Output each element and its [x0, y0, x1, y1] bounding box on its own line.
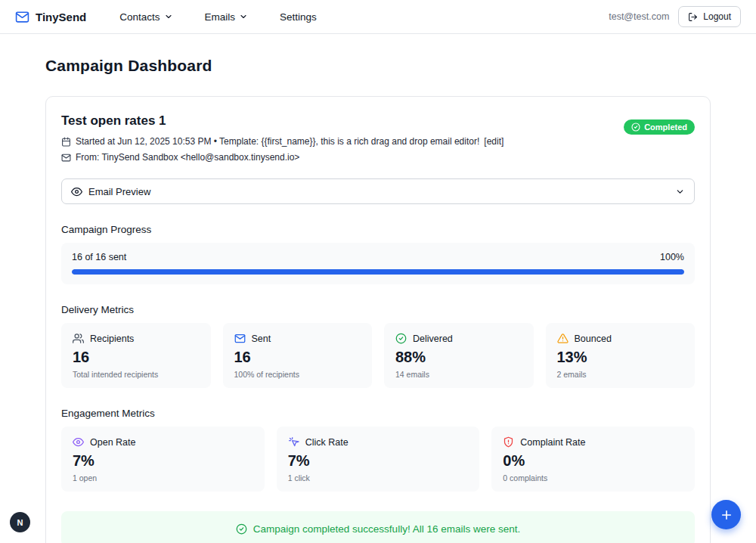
- metric-value: 16: [234, 349, 361, 366]
- nav-item-contacts-label: Contacts: [119, 11, 160, 23]
- metric-label: Bounced: [575, 334, 612, 344]
- engagement-section-title: Engagement Metrics: [61, 408, 695, 419]
- eye-icon: [71, 186, 82, 197]
- metric-value: 0%: [503, 452, 683, 470]
- warning-triangle-icon: [557, 333, 569, 344]
- plus-icon: [720, 508, 733, 522]
- shield-alert-icon: [503, 436, 514, 448]
- engagement-metrics-grid: Open Rate 7% 1 open Click Rate 7% 1 clic…: [61, 427, 695, 492]
- main-content: Campaign Dashboard Test open rates 1 Sta…: [0, 34, 756, 543]
- metric-card-bounced: Bounced 13% 2 emails: [546, 323, 696, 388]
- metric-value: 13%: [557, 349, 684, 366]
- add-button[interactable]: [711, 500, 741, 529]
- nav-item-settings-label: Settings: [280, 11, 317, 23]
- check-circle-icon: [236, 523, 247, 535]
- nav-item-emails-label: Emails: [205, 11, 236, 23]
- nav-item-contacts[interactable]: Contacts: [119, 11, 172, 23]
- chevron-down-icon: [164, 12, 173, 21]
- envelope-icon: [61, 153, 71, 163]
- nav-item-emails[interactable]: Emails: [205, 11, 249, 23]
- progress-box: 16 of 16 sent 100%: [61, 243, 695, 284]
- user-email: test@test.com: [609, 11, 669, 22]
- campaign-started-text: Started at Jun 12, 2025 10:53 PM • Templ…: [76, 136, 479, 147]
- metric-label: Click Rate: [305, 437, 349, 448]
- progress-sent-text: 16 of 16 sent: [72, 252, 126, 262]
- campaign-from-line: From: TinySend Sandbox <hello@sandbox.ti…: [61, 152, 503, 163]
- metric-card-complaint-rate: Complaint Rate 0% 0 complaints: [491, 427, 695, 492]
- eye-icon: [73, 436, 84, 448]
- metric-label: Complaint Rate: [520, 437, 585, 448]
- campaign-card: Test open rates 1 Started at Jun 12, 202…: [45, 96, 711, 543]
- navbar: TinySend Contacts Emails Settings test@t…: [0, 0, 756, 34]
- envelope-icon: [234, 333, 246, 344]
- metric-sub: 2 emails: [557, 370, 684, 379]
- logout-button[interactable]: Logout: [678, 6, 741, 27]
- brand-envelope-icon: [15, 10, 29, 24]
- chevron-down-icon: [239, 12, 248, 21]
- metric-label: Open Rate: [90, 437, 135, 448]
- calendar-icon: [61, 137, 71, 147]
- metric-card-click-rate: Click Rate 7% 1 click: [277, 427, 480, 492]
- metric-card-recipients: Recipients 16 Total intended recipients: [61, 323, 211, 388]
- metric-sub: 1 open: [73, 473, 253, 482]
- chevron-down-icon: [675, 187, 685, 197]
- metric-sub: 1 click: [288, 473, 469, 482]
- delivery-section-title: Delivery Metrics: [61, 304, 695, 315]
- metric-label: Delivered: [413, 334, 453, 344]
- progress-section-title: Campaign Progress: [61, 224, 695, 235]
- campaign-started-line: Started at Jun 12, 2025 10:53 PM • Templ…: [61, 136, 503, 147]
- metric-card-open-rate: Open Rate 7% 1 open: [61, 427, 265, 492]
- avatar[interactable]: N: [10, 512, 30, 532]
- metric-label: Sent: [252, 334, 271, 344]
- email-preview-label: Email Preview: [88, 186, 150, 197]
- edit-template-link[interactable]: [edit]: [484, 136, 503, 147]
- cursor-click-icon: [288, 436, 299, 448]
- page-title: Campaign Dashboard: [45, 57, 711, 75]
- metric-value: 16: [73, 349, 200, 366]
- success-banner-text: Campaign completed successfully! All 16 …: [253, 523, 520, 535]
- metric-sub: 14 emails: [395, 370, 522, 379]
- metric-sub: Total intended recipients: [73, 370, 200, 379]
- metric-sub: 100% of recipients: [234, 370, 361, 379]
- status-badge-label: Completed: [644, 123, 687, 132]
- campaign-title: Test open rates 1: [61, 113, 503, 129]
- metric-label: Recipients: [90, 334, 134, 344]
- users-icon: [73, 333, 84, 344]
- brand-name: TinySend: [36, 11, 86, 23]
- logout-icon: [688, 12, 698, 22]
- check-circle-icon: [631, 123, 640, 132]
- check-circle-icon: [395, 333, 407, 344]
- success-banner: Campaign completed successfully! All 16 …: [61, 511, 695, 543]
- progress-bar-fill: [72, 269, 684, 275]
- brand[interactable]: TinySend: [15, 10, 86, 24]
- metric-value: 7%: [288, 452, 469, 470]
- metric-card-sent: Sent 16 100% of recipients: [223, 323, 373, 388]
- progress-bar-track: [72, 269, 684, 275]
- metric-value: 88%: [395, 349, 522, 366]
- progress-percent-text: 100%: [660, 252, 684, 262]
- nav-item-settings[interactable]: Settings: [280, 11, 317, 23]
- metric-card-delivered: Delivered 88% 14 emails: [384, 323, 534, 388]
- campaign-from-text: From: TinySend Sandbox <hello@sandbox.ti…: [76, 152, 299, 163]
- metric-value: 7%: [73, 452, 253, 470]
- primary-nav: Contacts Emails Settings: [119, 11, 317, 23]
- logout-label: Logout: [703, 11, 731, 22]
- metric-sub: 0 complaints: [503, 473, 683, 482]
- email-preview-toggle[interactable]: Email Preview: [61, 178, 695, 204]
- status-badge: Completed: [624, 119, 695, 135]
- delivery-metrics-grid: Recipients 16 Total intended recipients …: [61, 323, 695, 388]
